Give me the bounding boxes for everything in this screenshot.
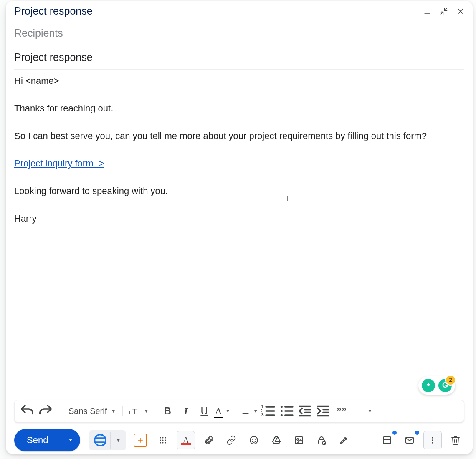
text-color-button[interactable]: A ▼ — [214, 403, 231, 419]
layout-button[interactable] — [378, 431, 396, 449]
bold-icon: B — [164, 405, 171, 417]
send-button[interactable]: Send — [14, 429, 61, 451]
more-formatting-button[interactable]: ▼ — [360, 403, 380, 419]
bold-button[interactable]: B — [159, 403, 176, 419]
recipients-field[interactable]: Recipients — [14, 27, 464, 45]
svg-point-42 — [250, 436, 258, 444]
svg-point-33 — [160, 437, 161, 438]
paperclip-icon — [204, 435, 214, 445]
signature-button[interactable] — [335, 431, 353, 449]
extension-dropdown[interactable]: ▼ — [110, 432, 123, 449]
body-paragraph-1: Thanks for reaching out. — [14, 101, 464, 116]
grammarly-main-icon[interactable]: G 2 — [438, 379, 452, 392]
chevron-down-icon: ▼ — [225, 408, 230, 414]
italic-icon: I — [184, 406, 187, 417]
grid-apps-button[interactable] — [154, 431, 172, 449]
close-button[interactable] — [456, 7, 465, 16]
quote-button[interactable]: ”” — [333, 403, 350, 419]
font-size-button[interactable]: T T ▼ — [128, 403, 149, 419]
indent-more-icon — [315, 403, 332, 419]
indent-less-button[interactable] — [296, 403, 313, 419]
undo-icon — [19, 403, 35, 419]
chevron-down-icon: ▼ — [144, 408, 149, 414]
exit-fullscreen-button[interactable] — [439, 7, 448, 16]
grammarly-widget[interactable]: G 2 — [418, 376, 455, 395]
minimize-icon — [423, 7, 431, 15]
separator — [59, 406, 59, 416]
subject-field[interactable]: Project response — [14, 45, 464, 70]
confidential-button[interactable] — [313, 431, 330, 449]
svg-point-54 — [432, 439, 433, 441]
link-button[interactable] — [223, 431, 240, 449]
body-paragraph-2: So I can best serve you, can you tell me… — [14, 129, 464, 143]
text-format-icon: A — [180, 435, 192, 446]
compose-bottom-bar: Send ▼ — [6, 426, 473, 454]
bullet-list-icon — [278, 403, 295, 419]
svg-point-16 — [281, 406, 283, 408]
drive-icon — [271, 435, 281, 445]
format-toolbar: Sans Serif ▼ T T ▼ B I U A ▼ ▼ 1 2 — [14, 400, 464, 422]
svg-point-34 — [162, 437, 164, 438]
svg-line-2 — [441, 12, 443, 14]
attach-button[interactable] — [200, 431, 218, 449]
bullet-list-button[interactable] — [278, 403, 295, 419]
mail-ext-button[interactable] — [401, 431, 418, 449]
plus-square-icon — [134, 434, 147, 447]
svg-point-43 — [252, 439, 253, 440]
font-name: Sans Serif — [68, 406, 107, 416]
indent-less-icon — [296, 403, 313, 419]
redo-button[interactable] — [37, 403, 54, 419]
svg-text:3: 3 — [261, 412, 263, 417]
align-button[interactable]: ▼ — [241, 403, 258, 419]
image-button[interactable] — [290, 431, 308, 449]
svg-point-44 — [255, 439, 256, 440]
font-select[interactable]: Sans Serif ▼ — [64, 406, 117, 416]
separator — [154, 406, 154, 416]
svg-point-36 — [160, 439, 161, 441]
compose-title: Project response — [14, 5, 93, 17]
notification-dot-icon — [415, 431, 419, 435]
separator — [355, 406, 355, 416]
indent-more-button[interactable] — [315, 403, 332, 419]
email-body[interactable]: Hi <name> Thanks for reaching out. So I … — [6, 70, 473, 400]
text-size-icon: T T — [128, 406, 139, 416]
chevron-down-icon: ▼ — [116, 437, 121, 443]
svg-point-38 — [165, 439, 166, 441]
more-options-button[interactable] — [423, 431, 442, 449]
send-button-group: Send — [14, 429, 80, 451]
svg-point-53 — [432, 437, 433, 439]
format-toggle-button[interactable]: A — [177, 431, 195, 449]
drive-button[interactable] — [268, 431, 285, 449]
emoji-button[interactable] — [245, 431, 263, 449]
notification-dot-icon — [392, 431, 397, 435]
send-options-button[interactable] — [61, 429, 80, 451]
grid-icon — [158, 435, 168, 445]
close-icon — [456, 7, 465, 15]
template-plus-button[interactable] — [132, 431, 149, 449]
italic-button[interactable]: I — [177, 403, 194, 419]
svg-point-39 — [160, 442, 161, 443]
underline-button[interactable]: U — [196, 403, 213, 419]
extension-main-button[interactable] — [92, 432, 109, 449]
align-left-icon — [241, 407, 250, 415]
discard-button[interactable] — [447, 431, 464, 449]
exit-fullscreen-icon — [440, 7, 448, 15]
grammarly-count-badge: 2 — [445, 375, 456, 386]
svg-point-37 — [162, 439, 164, 441]
svg-text:T: T — [132, 407, 137, 416]
svg-point-20 — [281, 414, 283, 416]
pen-icon — [339, 435, 349, 445]
compose-header: Project response — [6, 1, 473, 19]
extension-icon — [92, 432, 109, 449]
body-paragraph-3: Looking forward to speaking with you. — [14, 184, 464, 198]
link-icon — [226, 435, 236, 445]
compose-window: Project response Recipients Project resp… — [6, 1, 473, 454]
svg-point-41 — [165, 442, 166, 443]
chevron-down-icon: ▼ — [111, 409, 116, 414]
body-link[interactable]: Project inquiry form -> — [14, 158, 104, 169]
svg-point-40 — [162, 442, 164, 443]
grammarly-ai-icon[interactable] — [422, 379, 435, 392]
numbered-list-button[interactable]: 1 2 3 — [260, 403, 276, 419]
undo-button[interactable] — [19, 403, 35, 419]
minimize-button[interactable] — [423, 7, 432, 16]
